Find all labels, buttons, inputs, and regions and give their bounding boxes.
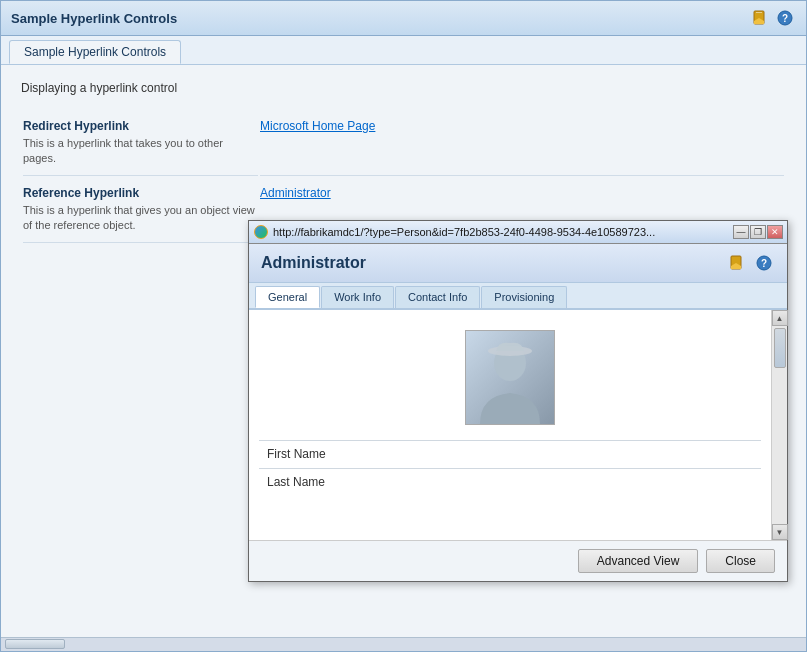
tab-provisioning[interactable]: Provisioning bbox=[481, 286, 567, 308]
inner-title-bar: http://fabrikamdc1/?type=Person&id=7fb2b… bbox=[249, 221, 787, 244]
inner-bookmark-icon[interactable] bbox=[725, 252, 747, 274]
outer-title-icons: ? bbox=[748, 7, 796, 29]
tab-general[interactable]: General bbox=[255, 286, 320, 308]
scroll-track[interactable] bbox=[772, 326, 787, 524]
main-tab[interactable]: Sample Hyperlink Controls bbox=[9, 40, 181, 64]
outer-title-bar: Sample Hyperlink Controls ? bbox=[1, 1, 806, 36]
outer-scroll-thumb[interactable] bbox=[5, 639, 65, 649]
inner-footer: Advanced View Close bbox=[249, 540, 787, 581]
displaying-text: Displaying a hyperlink control bbox=[21, 81, 786, 95]
close-button[interactable]: ✕ bbox=[767, 225, 783, 239]
svg-rect-2 bbox=[756, 12, 762, 13]
redirect-desc: This is a hyperlink that takes you to ot… bbox=[23, 136, 258, 167]
reference-left: Reference Hyperlink This is a hyperlink … bbox=[23, 178, 258, 243]
redirect-right: Microsoft Home Page bbox=[260, 111, 784, 176]
first-name-label: First Name bbox=[267, 447, 326, 461]
redirect-row: Redirect Hyperlink This is a hyperlink t… bbox=[23, 111, 784, 176]
inner-url: http://fabrikamdc1/?type=Person&id=7fb2b… bbox=[273, 226, 729, 238]
outer-scrollbar bbox=[1, 637, 806, 651]
bookmark-icon[interactable] bbox=[748, 7, 770, 29]
scroll-up-arrow[interactable]: ▲ bbox=[772, 310, 788, 326]
tab-work-info[interactable]: Work Info bbox=[321, 286, 394, 308]
inner-header: Administrator ? bbox=[249, 244, 787, 283]
inner-window-title: Administrator bbox=[261, 254, 366, 272]
inner-help-icon[interactable]: ? bbox=[753, 252, 775, 274]
scroll-thumb[interactable] bbox=[774, 328, 786, 368]
win-controls: — ❐ ✕ bbox=[733, 225, 783, 239]
outer-window: Sample Hyperlink Controls ? Sample Hyper… bbox=[0, 0, 807, 652]
reference-desc: This is a hyperlink that gives you an ob… bbox=[23, 203, 258, 234]
redirect-title: Redirect Hyperlink bbox=[23, 119, 258, 133]
svg-text:?: ? bbox=[761, 258, 767, 269]
restore-button[interactable]: ❐ bbox=[750, 225, 766, 239]
globe-icon bbox=[253, 224, 269, 240]
close-footer-button[interactable]: Close bbox=[706, 549, 775, 573]
minimize-button[interactable]: — bbox=[733, 225, 749, 239]
inner-body: First Name Last Name ▲ ▼ bbox=[249, 310, 787, 540]
avatar-area bbox=[259, 320, 761, 440]
scroll-down-arrow[interactable]: ▼ bbox=[772, 524, 788, 540]
redirect-left: Redirect Hyperlink This is a hyperlink t… bbox=[23, 111, 258, 176]
reference-title: Reference Hyperlink bbox=[23, 186, 258, 200]
svg-text:?: ? bbox=[782, 13, 788, 24]
last-name-label: Last Name bbox=[267, 475, 325, 489]
inner-main-content: First Name Last Name bbox=[249, 310, 771, 540]
avatar bbox=[465, 330, 555, 425]
last-name-row: Last Name bbox=[259, 468, 761, 496]
inner-scrollbar: ▲ ▼ bbox=[771, 310, 787, 540]
outer-help-icon[interactable]: ? bbox=[774, 7, 796, 29]
outer-title-text: Sample Hyperlink Controls bbox=[11, 11, 177, 26]
first-name-row: First Name bbox=[259, 440, 761, 468]
tab-bar: Sample Hyperlink Controls bbox=[1, 36, 806, 65]
tab-contact-info[interactable]: Contact Info bbox=[395, 286, 480, 308]
main-content: Displaying a hyperlink control Redirect … bbox=[1, 65, 806, 637]
inner-window: http://fabrikamdc1/?type=Person&id=7fb2b… bbox=[248, 220, 788, 582]
administrator-link[interactable]: Administrator bbox=[260, 186, 331, 200]
microsoft-home-link[interactable]: Microsoft Home Page bbox=[260, 119, 375, 133]
advanced-view-button[interactable]: Advanced View bbox=[578, 549, 699, 573]
inner-header-icons: ? bbox=[725, 252, 775, 274]
inner-tab-bar: General Work Info Contact Info Provision… bbox=[249, 283, 787, 310]
outer-scroll-track[interactable] bbox=[1, 638, 806, 651]
